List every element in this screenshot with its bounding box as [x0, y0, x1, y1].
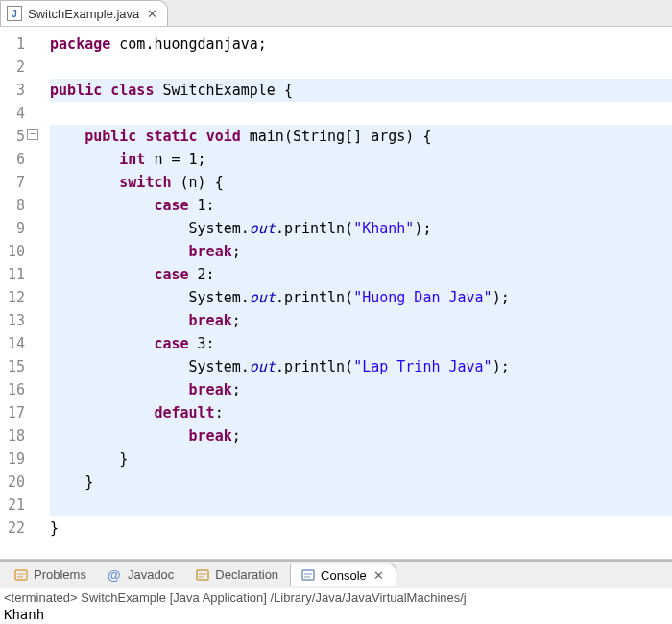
- javadoc-icon: @: [108, 567, 123, 583]
- code-line[interactable]: [50, 493, 672, 516]
- code-line[interactable]: public class SwitchExample {: [50, 79, 672, 102]
- code-line[interactable]: }: [50, 470, 672, 493]
- line-number: 11: [8, 263, 25, 286]
- code-line[interactable]: System.out.println("Lap Trinh Java");: [50, 355, 672, 378]
- console-view: <terminated> SwitchExample [Java Applica…: [0, 588, 672, 624]
- line-number: 22: [8, 516, 25, 540]
- code-line[interactable]: [50, 102, 672, 125]
- line-number: 5−: [8, 125, 25, 148]
- console-icon: [300, 567, 316, 583]
- code-line[interactable]: package com.huongdanjava;: [50, 33, 672, 56]
- folding-ruler: [29, 31, 46, 559]
- line-number: 2: [8, 56, 25, 79]
- line-number: 14: [8, 332, 25, 355]
- svg-rect-3: [197, 570, 208, 580]
- code-line[interactable]: case 2:: [50, 263, 672, 286]
- line-number: 21: [8, 493, 25, 516]
- view-tab-label: Problems: [34, 567, 86, 582]
- console-output: Khanh: [4, 607, 668, 622]
- code-line[interactable]: break;: [50, 378, 672, 401]
- line-number: 9: [8, 217, 25, 240]
- close-icon[interactable]: ✕: [145, 7, 159, 21]
- code-line[interactable]: }: [50, 447, 672, 470]
- code-line[interactable]: default:: [50, 401, 672, 424]
- code-editor[interactable]: 12345−678910111213141516171819202122 pac…: [0, 31, 672, 560]
- line-number: 1: [8, 33, 25, 56]
- view-tab-label: Declaration: [215, 567, 278, 582]
- line-number: 17: [8, 401, 25, 424]
- code-line[interactable]: break;: [50, 309, 672, 332]
- line-number: 16: [8, 378, 25, 401]
- code-line[interactable]: System.out.println("Huong Dan Java");: [50, 286, 672, 309]
- code-line[interactable]: case 3:: [50, 332, 672, 355]
- declaration-icon: [195, 567, 210, 583]
- line-number: 20: [8, 470, 25, 493]
- code-line[interactable]: [50, 56, 672, 79]
- editor-tab-filename: SwitchExample.java: [28, 7, 139, 21]
- code-content[interactable]: package com.huongdanjava;public class Sw…: [46, 31, 672, 559]
- line-number: 8: [8, 194, 25, 217]
- editor-tab-bar: J SwitchExample.java ✕: [0, 0, 672, 27]
- code-line[interactable]: System.out.println("Khanh");: [50, 217, 672, 240]
- console-launch-status: <terminated> SwitchExample [Java Applica…: [4, 590, 668, 605]
- bottom-view-tab-bar: Problems@JavadocDeclarationConsole✕: [0, 560, 672, 588]
- svg-rect-0: [15, 570, 27, 580]
- problems-icon: [13, 567, 29, 583]
- svg-rect-6: [302, 570, 314, 580]
- line-number: 6: [8, 148, 25, 171]
- code-line[interactable]: case 1:: [50, 194, 672, 217]
- view-tab-label: Javadoc: [128, 567, 174, 582]
- code-line[interactable]: break;: [50, 424, 672, 447]
- code-line[interactable]: }: [50, 516, 672, 540]
- view-tab-declaration[interactable]: Declaration: [185, 564, 288, 586]
- line-number: 12: [8, 286, 25, 309]
- line-number: 15: [8, 355, 25, 378]
- close-icon[interactable]: ✕: [372, 568, 386, 583]
- view-tab-javadoc[interactable]: @Javadoc: [98, 564, 183, 586]
- line-number: 10: [8, 240, 25, 263]
- line-number: 3: [8, 79, 25, 102]
- java-file-icon: J: [7, 6, 22, 21]
- line-number: 7: [8, 171, 25, 194]
- code-line[interactable]: int n = 1;: [50, 148, 672, 171]
- view-tab-problems[interactable]: Problems: [4, 564, 96, 586]
- code-line[interactable]: public static void main(String[] args) {: [50, 125, 672, 148]
- line-number-gutter: 12345−678910111213141516171819202122: [0, 31, 29, 559]
- view-tab-label: Console: [321, 568, 367, 583]
- line-number: 18: [8, 424, 25, 447]
- fold-toggle-icon[interactable]: −: [27, 129, 38, 140]
- line-number: 4: [8, 102, 25, 125]
- code-line[interactable]: switch (n) {: [50, 171, 672, 194]
- editor-tab[interactable]: J SwitchExample.java ✕: [0, 0, 168, 26]
- line-number: 13: [8, 309, 25, 332]
- view-tab-console[interactable]: Console✕: [290, 564, 396, 586]
- line-number: 19: [8, 447, 25, 470]
- code-line[interactable]: break;: [50, 240, 672, 263]
